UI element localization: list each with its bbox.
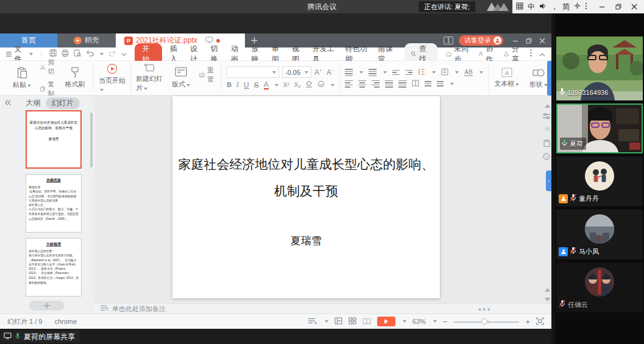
subscript-button[interactable]: X₂ — [294, 82, 301, 88]
align-left-icon[interactable] — [345, 80, 353, 88]
ime-charset-indicator[interactable]: 简 — [562, 2, 570, 12]
print-preview-icon[interactable] — [74, 49, 81, 58]
zoom-level[interactable]: 63% — [412, 318, 426, 325]
help-icon[interactable]: ? — [543, 152, 550, 163]
paste-button[interactable]: 粘贴 — [9, 63, 35, 93]
slide-thumbnail-2[interactable]: 2 选题思路 精准扶贫 “自尊自信、理性平和、积极向上社会心态”的培育，关注弱势… — [26, 174, 82, 233]
speaker-icon[interactable] — [539, 2, 547, 12]
expand-sidebar-tab[interactable]: › — [546, 170, 551, 191]
slide-layout-button[interactable]: 版式 — [168, 63, 194, 93]
ime-language-indicator[interactable]: 中 — [528, 2, 535, 12]
clipboard-pane-icon[interactable] — [543, 138, 550, 149]
zoom-slider[interactable] — [453, 318, 519, 325]
tab-docer-label: 稻壳 — [85, 35, 99, 46]
menu-more-icon[interactable] — [530, 49, 532, 58]
bullet-list-icon[interactable] — [345, 69, 353, 76]
task-pane-toggle[interactable] — [547, 61, 551, 96]
slide-sorter-icon[interactable] — [349, 317, 356, 326]
char-spacing-input[interactable]: -0.05 — [282, 66, 311, 78]
meeting-restore-button[interactable] — [612, 0, 625, 13]
play-from-current-button[interactable]: 当页开始 — [99, 63, 126, 93]
increase-font-button[interactable]: A+ — [314, 68, 322, 77]
print-icon[interactable] — [62, 49, 69, 58]
bold-button[interactable]: B — [227, 80, 232, 90]
screen-share-banner[interactable]: 夏荷的屏幕共享 — [1, 331, 80, 343]
align-center-icon[interactable] — [358, 80, 366, 88]
text-case-icon[interactable]: AB — [464, 69, 472, 76]
redo-icon[interactable] — [108, 50, 116, 58]
underline-button[interactable]: U — [244, 81, 249, 90]
adjust-sliders-icon[interactable] — [543, 111, 550, 122]
font-color-button[interactable]: A — [264, 81, 269, 90]
video-tile-participant-3[interactable]: 童丹丹 — [556, 156, 643, 206]
tab-docer[interactable]: ✦ 稻壳 — [57, 33, 116, 47]
reading-view-icon[interactable] — [363, 318, 371, 326]
columns-icon[interactable] — [412, 80, 419, 88]
distribute-icon[interactable] — [398, 80, 406, 88]
quick-toolbar-more-icon[interactable] — [121, 50, 127, 58]
zoom-slider-knob[interactable] — [481, 318, 487, 325]
fit-window-icon[interactable] — [536, 317, 544, 326]
panel-scrollbar[interactable] — [90, 113, 93, 167]
decrease-font-button[interactable]: A− — [327, 68, 334, 77]
char-spacing-value: -0.05 — [285, 69, 300, 76]
add-slide-button[interactable] — [29, 301, 65, 311]
avatar — [585, 267, 614, 297]
format-painter-button[interactable]: 格式刷 — [62, 63, 88, 93]
numbered-list-icon[interactable] — [369, 69, 377, 76]
slideshow-play-button[interactable] — [377, 317, 395, 326]
host-badge-icon — [559, 194, 568, 203]
superscript-button[interactable]: X² — [283, 82, 289, 88]
undo-icon[interactable] — [86, 50, 94, 58]
video-tile-participant-5[interactable]: 任德云 — [556, 262, 643, 312]
new-slide-button[interactable]: 新建幻灯片 — [136, 63, 163, 93]
normal-view-icon[interactable] — [334, 317, 342, 326]
thumb1-author: 夏瑞雪 — [29, 137, 78, 142]
text-direction-icon[interactable] — [418, 68, 425, 77]
notes-toggle-icon[interactable] — [308, 318, 317, 326]
font-family-select[interactable] — [227, 66, 279, 78]
tray-more-icon[interactable] — [585, 2, 587, 12]
collapse-panel-icon[interactable] — [5, 99, 11, 107]
scroll-up-icon[interactable] — [545, 99, 550, 110]
notes-more-icon[interactable]: ●●● — [478, 306, 492, 312]
para-spacing-icon[interactable] — [437, 81, 444, 86]
keyboard-grid-icon[interactable] — [516, 2, 523, 12]
reset-button[interactable]: 重置 — [199, 66, 216, 84]
decrease-indent-icon[interactable] — [392, 70, 400, 75]
slide-thumbnail-3[interactable]: 3 文献梳理 成长型心态的作用： 智力成长型心态对学生的学习动机（Blackwe… — [26, 238, 82, 297]
zoom-out-button[interactable]: − — [443, 317, 448, 326]
current-slide[interactable]: 家庭社会经济地位对儿童成长型心态的影响、 机制及干预 夏瑞雪 — [172, 96, 440, 298]
slide-canvas[interactable]: 家庭社会经济地位对儿童成长型心态的影响、 机制及干预 夏瑞雪 ☆ ? › — [94, 96, 551, 303]
paste-label: 粘贴 — [13, 81, 26, 88]
theme-name[interactable]: chrome — [54, 318, 77, 325]
thumb1-title: 家庭社会经济地位对儿童成长型心态的影响、机制及干预 — [29, 120, 78, 131]
paragraph-settings-icon[interactable] — [441, 68, 448, 77]
collapse-ribbon-icon[interactable] — [539, 50, 545, 58]
textbox-button[interactable]: A 文本框 — [494, 63, 520, 93]
strikethrough-button[interactable]: S — [254, 81, 259, 90]
slide-thumbnail-1[interactable]: 1 家庭社会经济地位对儿童成长型心态的影响、机制及干预 夏瑞雪 — [26, 110, 82, 169]
align-right-icon[interactable] — [372, 80, 380, 88]
justify-icon[interactable] — [385, 80, 393, 88]
tab-outline[interactable]: 大纲 — [26, 98, 41, 108]
notes-bar[interactable]: 单击此处添加备注 ●●● — [94, 303, 551, 314]
text-effects-icon[interactable] — [317, 80, 325, 90]
clear-format-icon[interactable] — [305, 81, 313, 90]
tab-slides[interactable]: 幻灯片 — [46, 97, 80, 109]
italic-button[interactable]: I — [236, 80, 239, 90]
save-icon[interactable] — [49, 49, 57, 58]
meeting-minimize-button[interactable] — [596, 0, 608, 13]
star-beautify-icon[interactable]: ☆ — [544, 125, 550, 133]
zoom-in-button[interactable]: + — [525, 317, 530, 326]
line-spacing-icon[interactable] — [425, 81, 431, 86]
video-tile-participant-1[interactable]: 13973164936 — [556, 37, 643, 100]
next-slide-icon[interactable] — [545, 293, 550, 304]
cut-button[interactable]: 剪切 — [40, 58, 57, 76]
video-tile-participant-2[interactable]: 夏荷 — [556, 104, 643, 153]
ime-punctuation-indicator[interactable]: ， — [551, 2, 558, 12]
ime-settings-icon[interactable] — [574, 2, 581, 11]
video-tile-participant-4[interactable]: 马小凤 — [556, 209, 643, 259]
meeting-close-button[interactable] — [628, 0, 640, 13]
increase-indent-icon[interactable] — [405, 70, 412, 75]
